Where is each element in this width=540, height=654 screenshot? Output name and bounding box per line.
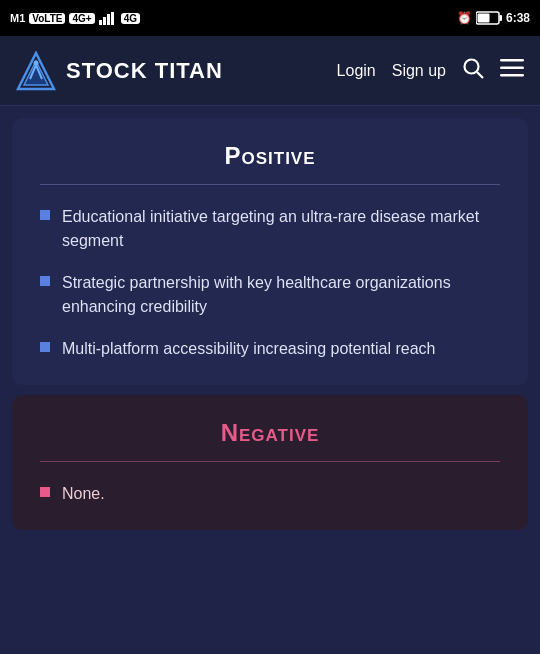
bullet-text: Multi-platform accessibility increasing … <box>62 337 436 361</box>
bullet-text: Educational initiative targeting an ultr… <box>62 205 500 253</box>
bullet-marker <box>40 210 50 220</box>
carrier-label: M1 <box>10 12 25 24</box>
negative-card: Negative None. <box>12 395 528 530</box>
4g-plus-badge: 4G+ <box>69 13 94 24</box>
positive-bullet-list: Educational initiative targeting an ultr… <box>40 205 500 361</box>
svg-rect-13 <box>500 67 524 70</box>
svg-rect-3 <box>111 12 114 25</box>
bullet-text: None. <box>62 482 105 506</box>
list-item: None. <box>40 482 500 506</box>
svg-line-11 <box>477 72 483 78</box>
negative-divider <box>40 461 500 462</box>
menu-icon[interactable] <box>500 59 524 82</box>
svg-point-9 <box>34 60 39 65</box>
bullet-marker <box>40 276 50 286</box>
svg-rect-14 <box>500 74 524 77</box>
signup-button[interactable]: Sign up <box>392 62 446 80</box>
login-button[interactable]: Login <box>337 62 376 80</box>
navbar: STOCK TITAN Login Sign up <box>0 36 540 106</box>
alarm-icon: ⏰ <box>457 11 472 25</box>
negative-card-title: Negative <box>40 419 500 447</box>
brand-logo <box>16 51 56 91</box>
list-item: Multi-platform accessibility increasing … <box>40 337 500 361</box>
brand-name: STOCK TITAN <box>66 58 223 84</box>
bullet-marker <box>40 342 50 352</box>
positive-divider <box>40 184 500 185</box>
volte-badge: VoLTE <box>29 13 65 24</box>
battery-icon <box>476 11 502 25</box>
signal-icon <box>99 11 117 25</box>
navbar-brand: STOCK TITAN <box>16 51 223 91</box>
status-right: ⏰ 6:38 <box>457 11 530 25</box>
4g-badge: 4G <box>121 13 140 24</box>
search-icon[interactable] <box>462 57 484 84</box>
list-item: Educational initiative targeting an ultr… <box>40 205 500 253</box>
svg-rect-6 <box>477 14 489 23</box>
svg-rect-2 <box>107 14 110 25</box>
positive-card-title: Positive <box>40 142 500 170</box>
svg-rect-5 <box>499 15 502 21</box>
svg-rect-1 <box>103 17 106 25</box>
positive-card: Positive Educational initiative targetin… <box>12 118 528 385</box>
status-left: M1 VoLTE 4G+ 4G <box>10 11 140 25</box>
negative-bullet-list: None. <box>40 482 500 506</box>
time-label: 6:38 <box>506 11 530 25</box>
svg-rect-12 <box>500 59 524 62</box>
bullet-text: Strategic partnership with key healthcar… <box>62 271 500 319</box>
bullet-marker <box>40 487 50 497</box>
navbar-actions: Login Sign up <box>337 57 524 84</box>
list-item: Strategic partnership with key healthcar… <box>40 271 500 319</box>
status-bar: M1 VoLTE 4G+ 4G ⏰ 6:38 <box>0 0 540 36</box>
svg-rect-0 <box>99 20 102 25</box>
svg-point-10 <box>465 60 479 74</box>
main-content: Positive Educational initiative targetin… <box>0 106 540 654</box>
